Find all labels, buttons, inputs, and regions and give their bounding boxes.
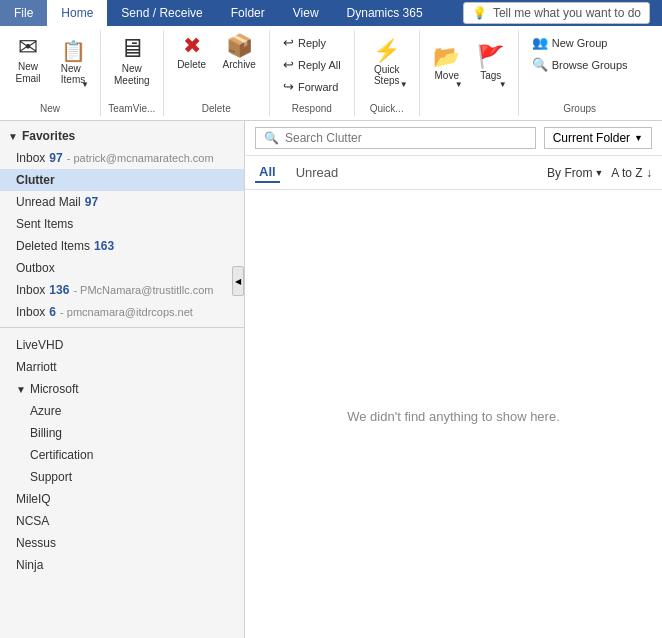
inbox-2-count: 136	[49, 283, 69, 297]
ribbon-group-teamviewer: 🖥 NewMeeting TeamVie...	[101, 30, 164, 116]
sidebar-inbox-1[interactable]: Inbox 97 - patrick@mcnamaratech.com	[0, 147, 244, 169]
quick-steps-button[interactable]: ⚡ QuickSteps ▼	[361, 32, 413, 92]
tags-arrow: ▼	[499, 80, 507, 89]
ncsa-label: NCSA	[16, 514, 49, 528]
forward-label: Forward	[298, 81, 338, 93]
sidebar-inbox-2[interactable]: Inbox 136 - PMcNamara@trustitllc.com	[0, 279, 244, 301]
search-bar[interactable]: 🔍	[255, 127, 536, 149]
new-group-icon: 👥	[532, 35, 548, 50]
favorites-label: Favorites	[22, 129, 75, 143]
tab-folder[interactable]: Folder	[217, 0, 279, 26]
quick-steps-label: QuickSteps	[374, 64, 400, 86]
teamviewer-icon: 🖥	[119, 35, 145, 61]
sidebar-unread-mail[interactable]: Unread Mail 97	[0, 191, 244, 213]
tab-view[interactable]: View	[279, 0, 333, 26]
sidebar-support[interactable]: Support	[0, 466, 244, 488]
inbox-3-count: 6	[49, 305, 56, 319]
tell-me-area: 💡 Tell me what you want to do	[451, 0, 662, 26]
sent-items-label: Sent Items	[16, 217, 73, 231]
move-arrow: ▼	[455, 80, 463, 89]
sidebar-outbox[interactable]: Outbox	[0, 257, 244, 279]
move-button[interactable]: 📂 Move ▼	[426, 32, 468, 92]
sidebar-billing[interactable]: Billing	[0, 422, 244, 444]
favorites-arrow: ▼	[8, 131, 18, 142]
filter-tab-all[interactable]: All	[255, 162, 280, 183]
new-group-button[interactable]: 👥 New Group	[525, 32, 635, 53]
sidebar-livevhd[interactable]: LiveVHD	[0, 334, 244, 356]
new-items-button[interactable]: 📋 NewItems ▼	[52, 32, 94, 92]
archive-button[interactable]: 📦 Archive	[216, 32, 263, 74]
ribbon-move-buttons: 📂 Move ▼ 🚩 Tags ▼	[426, 32, 512, 110]
sidebar-mileiq[interactable]: MileIQ	[0, 488, 244, 510]
sidebar-inbox-3[interactable]: Inbox 6 - pmcnamara@itdrcops.net	[0, 301, 244, 323]
sidebar-collapse-button[interactable]: ◀	[232, 266, 244, 296]
inbox-1-count: 97	[49, 151, 62, 165]
sort-by-button[interactable]: By From ▼	[547, 166, 603, 180]
tab-home[interactable]: Home	[47, 0, 107, 26]
new-email-button[interactable]: ✉ NewEmail	[6, 32, 50, 88]
respond-col: ↩ Reply ↩ Reply All ↪ Forward	[276, 32, 348, 97]
inbox-1-account: - patrick@mcnamaratech.com	[67, 152, 214, 164]
forward-icon: ↪	[283, 79, 294, 94]
quick-steps-icon: ⚡	[373, 38, 400, 64]
sidebar-certification[interactable]: Certification	[0, 444, 244, 466]
tell-me-placeholder: Tell me what you want to do	[493, 6, 641, 20]
filter-tab-unread[interactable]: Unread	[292, 163, 343, 182]
groups-col: 👥 New Group 🔍 Browse Groups	[525, 32, 635, 75]
ninja-label: Ninja	[16, 558, 43, 572]
tags-button[interactable]: 🚩 Tags ▼	[470, 32, 512, 92]
sidebar-clutter[interactable]: Clutter	[0, 169, 244, 191]
new-meeting-button[interactable]: 🖥 NewMeeting	[107, 32, 157, 90]
sort-order-button[interactable]: A to Z ↓	[611, 166, 652, 180]
sort-by-arrow: ▼	[594, 168, 603, 178]
search-input[interactable]	[285, 131, 527, 145]
deleted-items-count: 163	[94, 239, 114, 253]
collapse-icon: ◀	[235, 277, 241, 286]
sidebar-ncsa[interactable]: NCSA	[0, 510, 244, 532]
sidebar-deleted-items[interactable]: Deleted Items 163	[0, 235, 244, 257]
inbox-3-account: - pmcnamara@itdrcops.net	[60, 306, 193, 318]
ribbon-respond-buttons: ↩ Reply ↩ Reply All ↪ Forward	[276, 32, 348, 99]
content-toolbar: 🔍 Current Folder ▼	[245, 121, 662, 156]
reply-label: Reply	[298, 37, 326, 49]
tab-file[interactable]: File	[0, 0, 47, 26]
ribbon-groups-buttons: 👥 New Group 🔍 Browse Groups	[525, 32, 635, 99]
sidebar-marriott[interactable]: Marriott	[0, 356, 244, 378]
ribbon-group-delete: ✖ Delete 📦 Archive Delete	[164, 30, 270, 116]
archive-icon: 📦	[226, 35, 253, 57]
reply-all-button[interactable]: ↩ Reply All	[276, 54, 348, 75]
new-email-label: NewEmail	[15, 61, 40, 85]
sidebar-nessus[interactable]: Nessus	[0, 532, 244, 554]
favorites-header[interactable]: ▼ Favorites	[0, 125, 244, 147]
sidebar-ninja[interactable]: Ninja	[0, 554, 244, 576]
ribbon-new-label: New	[40, 99, 60, 114]
nessus-label: Nessus	[16, 536, 56, 550]
lightbulb-icon: 💡	[472, 6, 487, 20]
sidebar-azure[interactable]: Azure	[0, 400, 244, 422]
ribbon-teamviewer-label: TeamVie...	[108, 99, 155, 114]
browse-groups-button[interactable]: 🔍 Browse Groups	[525, 54, 635, 75]
tell-me-input[interactable]: 💡 Tell me what you want to do	[463, 2, 650, 24]
microsoft-expand-arrow: ▼	[16, 384, 26, 395]
move-label: Move	[435, 70, 459, 81]
tab-dynamics[interactable]: Dynamics 365	[333, 0, 437, 26]
tab-bar: File Home Send / Receive Folder View Dyn…	[0, 0, 662, 26]
folders-section: LiveVHD Marriott ▼ Microsoft Azure Billi…	[0, 327, 244, 580]
search-icon: 🔍	[264, 131, 279, 145]
tags-label: Tags	[480, 70, 501, 81]
current-folder-arrow: ▼	[634, 133, 643, 143]
delete-button[interactable]: ✖ Delete	[170, 32, 214, 74]
sidebar-sent-items[interactable]: Sent Items	[0, 213, 244, 235]
microsoft-label: Microsoft	[30, 382, 79, 396]
reply-all-icon: ↩	[283, 57, 294, 72]
delete-icon: ✖	[183, 35, 201, 57]
ribbon-group-groups: 👥 New Group 🔍 Browse Groups Groups	[519, 30, 641, 116]
current-folder-button[interactable]: Current Folder ▼	[544, 127, 652, 149]
forward-button[interactable]: ↪ Forward	[276, 76, 348, 97]
tab-send-receive[interactable]: Send / Receive	[107, 0, 216, 26]
current-folder-label: Current Folder	[553, 131, 630, 145]
reply-button[interactable]: ↩ Reply	[276, 32, 348, 53]
ribbon: ✉ NewEmail 📋 NewItems ▼ New 🖥 NewMeeting…	[0, 26, 662, 121]
sidebar-microsoft[interactable]: ▼ Microsoft	[0, 378, 244, 400]
mileiq-label: MileIQ	[16, 492, 51, 506]
